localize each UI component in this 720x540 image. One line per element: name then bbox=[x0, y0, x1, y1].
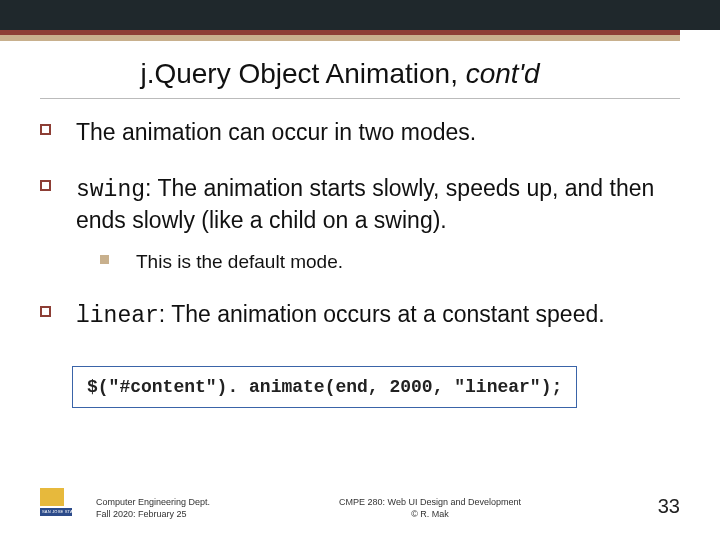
bullet-item: swing: The animation starts slowly, spee… bbox=[40, 174, 680, 274]
university-logo: SAN JOSE STATE bbox=[40, 488, 70, 522]
square-bullet-icon bbox=[40, 306, 51, 317]
slide-content: The animation can occur in two modes. sw… bbox=[40, 118, 680, 408]
header-dark-band bbox=[0, 0, 720, 30]
footer-left: Computer Engineering Dept. Fall 2020: Fe… bbox=[96, 496, 210, 520]
bullet-item: The animation can occur in two modes. bbox=[40, 118, 680, 148]
slide-footer: SAN JOSE STATE Computer Engineering Dept… bbox=[40, 482, 680, 522]
header-tan-band bbox=[0, 35, 680, 41]
footer-course: CMPE 280: Web UI Design and Development bbox=[290, 496, 570, 508]
footer-copyright: © R. Mak bbox=[290, 508, 570, 520]
bullet-keyword: linear bbox=[76, 303, 159, 329]
square-bullet-icon bbox=[40, 180, 51, 191]
title-main: j.Query Object Animation, bbox=[140, 58, 465, 89]
logo-square-icon bbox=[40, 488, 64, 506]
logo-text: SAN JOSE STATE bbox=[42, 508, 78, 516]
bullet-keyword: swing bbox=[76, 177, 145, 203]
slide-title: j.Query Object Animation, cont'd bbox=[0, 58, 680, 90]
title-contd: cont'd bbox=[466, 58, 540, 89]
filled-square-bullet-icon bbox=[100, 255, 109, 264]
footer-dept: Computer Engineering Dept. bbox=[96, 496, 210, 508]
sub-bullet-item: This is the default mode. bbox=[100, 250, 680, 275]
footer-center: CMPE 280: Web UI Design and Development … bbox=[290, 496, 570, 520]
bullet-text: : The animation occurs at a constant spe… bbox=[159, 301, 605, 327]
bullet-item: linear: The animation occurs at a consta… bbox=[40, 300, 680, 332]
sub-bullet-text: This is the default mode. bbox=[136, 251, 343, 272]
title-underline bbox=[40, 98, 680, 99]
page-number: 33 bbox=[658, 495, 680, 518]
code-example: $("#content"). animate(end, 2000, "linea… bbox=[72, 366, 577, 408]
footer-date: Fall 2020: February 25 bbox=[96, 508, 210, 520]
square-bullet-icon bbox=[40, 124, 51, 135]
bullet-text: The animation can occur in two modes. bbox=[76, 119, 476, 145]
bullet-text: : The animation starts slowly, speeds up… bbox=[76, 175, 654, 233]
